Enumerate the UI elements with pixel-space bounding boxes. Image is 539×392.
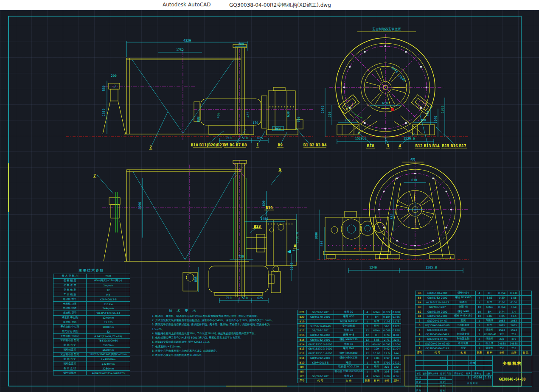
table-cell: 制 动 力 矩 [53,343,87,347]
note-item: 6. 闸B18安装间隙需现场调整, 型号YZA12-17/2。 [152,340,278,344]
table-cell [415,366,424,371]
table-cell [415,356,424,361]
table-cell: 组件 [483,323,496,328]
table-cell: B14 [298,342,307,347]
note-item: 9. 卷筒中心线至平台面的距离为1170mm。 [152,353,278,357]
table-cell: B10 [298,360,307,365]
drawing-annotation: 550 [328,112,331,118]
table-cell: 753 [508,346,520,350]
table-cell [520,291,532,296]
table-cell: 0.69 [508,305,520,309]
table-row: 开式齿轮 模数32 [53,329,130,334]
table-cell: 1 [364,360,371,365]
dimension-texts: 安全制动器安装位置6105507007005501040180010601529… [321,27,444,140]
table-cell: 工 作 级 别 [53,292,87,297]
table-cell: 常闭制动器 型号 [53,339,87,343]
drawing-annotation: 7 [93,174,96,178]
table-cell: 7 [415,318,424,323]
view-drum-end-bottom: A向12401505.81080856610550 [314,157,468,273]
table-row: 开式齿轮 传动比4.947(Z1=94,Z2=19) [53,334,130,339]
table-cell: 0.736 [392,314,401,319]
table-cell: GB/T93-1987 [307,310,334,315]
view-drum-end-top: 安全制动器安装位置6105507007005501040180010601529… [321,27,467,148]
table-cell: 53.675 [87,320,130,325]
table-row: B15GB/T5782-2000螺栓 M48X130128.8S2.7132.5 [298,337,401,342]
table-cell: 0.092 [382,342,392,347]
table-cell: 0.184 [382,314,392,319]
table-cell: 电动机 型号 [53,297,87,302]
table-cell: 12 [364,328,371,333]
table-cell: 24585 [508,341,520,346]
table-cell: 制 动 力 矩 [53,357,87,361]
table-cell: 日 期 [446,371,452,375]
note-item: 5. 电动机限位开关型号为HLE45-600L-3F(AC), 安装位置见上层平… [152,336,278,340]
table-cell: 开式齿轮 模数 [53,329,87,334]
table-cell: GB/T5782-2000 [424,314,451,318]
table-cell: GB/T93-1987 [307,328,334,333]
table-cell: GB/T18230.1-2000 [307,351,334,356]
table-cell: GB/T5782-2000 [307,356,334,360]
table-cell: 支架 [451,318,476,323]
drawing-annotation: 3240 [398,74,406,82]
view-side-elevation-top: 432917522802005501850888400430170630886B… [102,39,327,149]
table-cell: φ630mm [87,347,130,352]
drawing-annotation: 1240 [369,266,377,269]
table-cell: SH252-3240X40 [307,324,334,328]
table-cell: 10H [371,347,382,351]
table-cell: 10 [476,314,483,318]
table-row: 制动盘直径φ3240mm [53,361,130,366]
table-cell: 1120 [392,324,401,328]
stage-val: 1 [465,375,472,380]
table-cell: 名 称 [334,378,364,383]
table-cell: 总计 [508,350,520,355]
table-cell: 8H [371,314,382,319]
drawing-annotation: 630 [286,111,290,117]
table-cell: B4 [415,300,424,305]
table-cell: 2×486KNm [87,357,130,361]
note-item: 1. 电动机、减速机、制动器等安装时必须以卷筒装置轴线为基准找正对中, 然后定位… [152,314,278,318]
table-cell: 1808mm [87,325,130,329]
table-cell: 工 艺 [439,384,446,388]
table-cell: 减速机 型号 [53,311,87,315]
drawing-annotation: 1752 [176,48,184,52]
part-type-cell: 部件 [452,356,493,371]
table-cell: 制动器支架 [451,336,476,341]
drawing-annotation: 700 [345,118,351,122]
table-cell: 1 [415,346,424,350]
table-row: 序号代 号名 称数量材 料单件总计备 注 [415,350,532,355]
table-cell: 变 幅 速 度 [53,283,87,288]
table-cell: 减速机 中心距 [53,315,87,320]
table-cell: 65Mn [371,374,382,378]
table-cell: 制动器支座 [451,332,476,337]
table-cell: 安全制动器 型号 [53,352,87,357]
table-row: 电动机 型号YZPF400L3-8 [53,297,130,302]
table-cell [424,361,448,366]
table-cell: GB/T6170-2000 [307,314,334,319]
drawing-number: GQ30040-04-00 [493,372,532,386]
table-cell: 数量 [364,378,371,383]
table-cell: 螺栓 M42X500 [334,351,364,356]
table-cell: B7 [298,374,307,378]
table-cell [428,375,439,380]
table-cell: 序号 [415,350,424,355]
table-cell: 螺母 M42 [334,347,364,351]
table-cell: 8.8S [371,337,382,342]
table-cell: 减速机 速比 [53,320,87,325]
table-row: 审 核工 艺 [415,384,452,388]
table-cell: 4 [415,332,424,337]
bom-table-left: B21GB/T93-1987垫圈 30465Mn0.0220.088B20GB/… [297,310,401,383]
drawing-annotation: 1850 [102,108,106,116]
table-row: 标记处数更改文件号签 字日 期 [415,371,452,375]
table-cell: B17 [298,328,307,333]
table-row: 变 幅 速 度2m/min [53,283,130,288]
table-cell: M4 [87,292,130,297]
table-cell: 螺母 M48 [334,333,364,337]
table-cell: 24585 [496,341,508,346]
table-row: B9联轴器 NGCLZ101组件222222 [298,365,401,370]
table-cell: 批 准 [439,388,446,392]
table-cell [520,318,532,323]
table-cell: 2 [476,332,483,337]
table-row: 钢丝绳规格46NAT6WX37S+IWR187D [53,371,130,375]
table-row: B8制动器 TEB30/2000/601组件208208 [298,369,401,374]
table-cell: 1 [476,300,483,305]
